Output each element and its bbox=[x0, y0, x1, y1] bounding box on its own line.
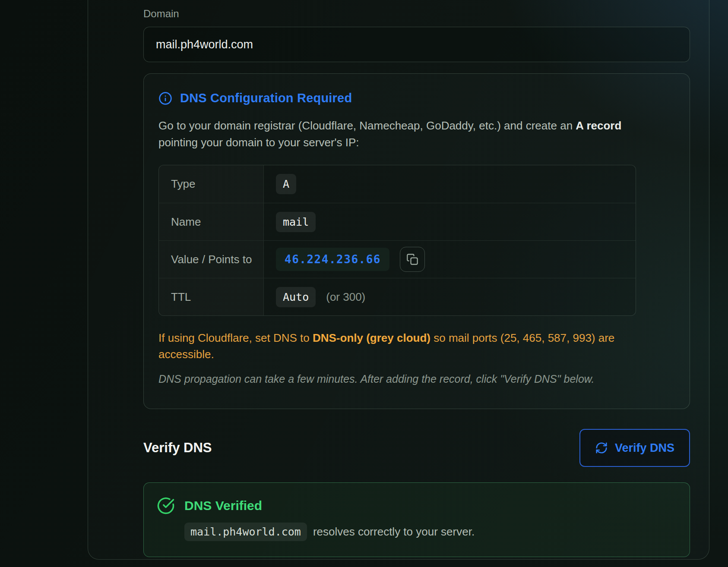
record-row-value: Value / Points to 46.224.236.66 bbox=[159, 240, 636, 278]
record-name-value-cell: mail bbox=[264, 203, 636, 240]
record-ttl-value: Auto bbox=[276, 287, 316, 307]
copy-ip-button[interactable] bbox=[400, 247, 425, 272]
domain-label: Domain bbox=[143, 8, 690, 20]
refresh-icon bbox=[595, 441, 608, 454]
dns-panel-header: DNS Configuration Required bbox=[158, 91, 675, 105]
dns-instructions: Go to your domain registrar (Cloudflare,… bbox=[158, 117, 642, 151]
record-row-type: Type A bbox=[159, 165, 636, 203]
dns-record-table: Type A Name mail Value / Points to 46.22… bbox=[158, 165, 636, 316]
dns-verified-panel: DNS Verified mail.ph4world.com resolves … bbox=[143, 482, 690, 557]
record-value-value-cell: 46.224.236.66 bbox=[264, 241, 636, 278]
record-ttl-suffix: (or 300) bbox=[326, 290, 365, 304]
cloudflare-note: If using Cloudflare, set DNS to DNS-only… bbox=[158, 330, 646, 362]
intro-bold-a-record: A record bbox=[576, 119, 621, 132]
record-row-name: Name mail bbox=[159, 203, 636, 240]
verified-domain-chip: mail.ph4world.com bbox=[184, 523, 307, 541]
verify-dns-button[interactable]: Verify DNS bbox=[579, 429, 690, 467]
record-ip-value: 46.224.236.66 bbox=[276, 248, 389, 271]
cloudflare-text-before: If using Cloudflare, set DNS to bbox=[158, 331, 313, 344]
check-circle-icon bbox=[157, 497, 175, 515]
record-row-ttl: TTL Auto (or 300) bbox=[159, 278, 636, 315]
record-ttl-value-cell: Auto (or 300) bbox=[264, 278, 636, 315]
record-name-label: Name bbox=[159, 203, 264, 240]
dns-panel-title: DNS Configuration Required bbox=[180, 91, 352, 105]
verify-dns-section: Verify DNS Verify DNS bbox=[143, 429, 690, 467]
intro-text-before: Go to your domain registrar (Cloudflare,… bbox=[158, 119, 576, 132]
setup-content: Domain DNS Configuration Required Go to … bbox=[143, 0, 690, 557]
intro-text-after: pointing your domain to your server's IP… bbox=[158, 136, 359, 149]
dns-config-panel: DNS Configuration Required Go to your do… bbox=[143, 73, 690, 409]
info-icon bbox=[158, 91, 172, 105]
record-ttl-label: TTL bbox=[159, 278, 264, 315]
domain-input[interactable] bbox=[143, 27, 690, 62]
cloudflare-bold-dns-only: DNS-only (grey cloud) bbox=[313, 331, 430, 344]
copy-icon bbox=[406, 253, 418, 265]
verified-message: resolves correctly to your server. bbox=[313, 525, 475, 539]
verify-dns-heading: Verify DNS bbox=[143, 440, 212, 456]
dns-verified-header: DNS Verified bbox=[157, 497, 677, 515]
verify-dns-button-label: Verify DNS bbox=[615, 441, 674, 455]
record-name-value: mail bbox=[276, 212, 316, 232]
record-value-label: Value / Points to bbox=[159, 241, 264, 278]
propagation-note: DNS propagation can take a few minutes. … bbox=[158, 373, 675, 385]
domain-setup-screen: Domain DNS Configuration Required Go to … bbox=[0, 0, 728, 567]
record-type-value-cell: A bbox=[264, 165, 636, 203]
dns-verified-message-row: mail.ph4world.com resolves correctly to … bbox=[184, 523, 677, 541]
record-type-label: Type bbox=[159, 165, 264, 203]
dns-verified-title: DNS Verified bbox=[184, 498, 262, 513]
record-type-value: A bbox=[276, 174, 296, 194]
